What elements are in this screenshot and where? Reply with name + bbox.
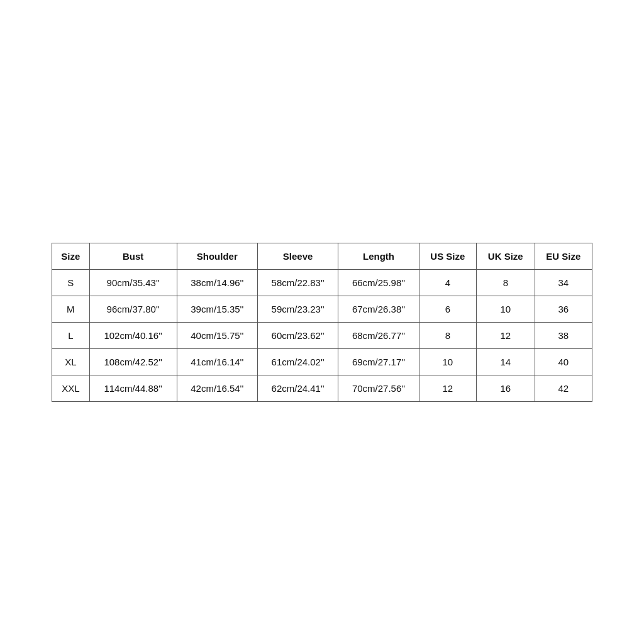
- cell-uk-size: 12: [477, 322, 535, 348]
- cell-us-size: 6: [419, 296, 476, 322]
- cell-length: 66cm/25.98'': [338, 269, 419, 296]
- cell-size: XXL: [52, 375, 90, 401]
- table-row: XL108cm/42.52''41cm/16.14''61cm/24.02''6…: [52, 348, 592, 375]
- header-eu-size: EU Size: [535, 243, 592, 269]
- cell-shoulder: 39cm/15.35'': [177, 296, 257, 322]
- cell-sleeve: 58cm/22.83'': [257, 269, 338, 296]
- cell-size: L: [52, 322, 90, 348]
- table-row: L102cm/40.16''40cm/15.75''60cm/23.62''68…: [52, 322, 592, 348]
- size-chart-container: Size Bust Shoulder Sleeve Length US Size…: [52, 243, 592, 402]
- cell-bust: 108cm/42.52'': [89, 348, 177, 375]
- cell-eu-size: 42: [535, 375, 592, 401]
- header-us-size: US Size: [419, 243, 476, 269]
- cell-size: XL: [52, 348, 90, 375]
- cell-uk-size: 16: [477, 375, 535, 401]
- cell-us-size: 8: [419, 322, 476, 348]
- cell-sleeve: 61cm/24.02'': [257, 348, 338, 375]
- cell-size: M: [52, 296, 90, 322]
- cell-uk-size: 10: [477, 296, 535, 322]
- cell-us-size: 12: [419, 375, 476, 401]
- cell-length: 69cm/27.17'': [338, 348, 419, 375]
- cell-shoulder: 40cm/15.75'': [177, 322, 257, 348]
- cell-bust: 114cm/44.88'': [89, 375, 177, 401]
- table-row: S90cm/35.43''38cm/14.96''58cm/22.83''66c…: [52, 269, 592, 296]
- cell-bust: 96cm/37.80'': [89, 296, 177, 322]
- cell-eu-size: 40: [535, 348, 592, 375]
- cell-bust: 90cm/35.43'': [89, 269, 177, 296]
- cell-uk-size: 14: [477, 348, 535, 375]
- header-uk-size: UK Size: [477, 243, 535, 269]
- table-header-row: Size Bust Shoulder Sleeve Length US Size…: [52, 243, 592, 269]
- cell-shoulder: 38cm/14.96'': [177, 269, 257, 296]
- cell-sleeve: 62cm/24.41'': [257, 375, 338, 401]
- header-size: Size: [52, 243, 90, 269]
- cell-length: 70cm/27.56'': [338, 375, 419, 401]
- header-bust: Bust: [89, 243, 177, 269]
- cell-sleeve: 60cm/23.62'': [257, 322, 338, 348]
- cell-bust: 102cm/40.16'': [89, 322, 177, 348]
- cell-size: S: [52, 269, 90, 296]
- header-sleeve: Sleeve: [257, 243, 338, 269]
- table-row: M96cm/37.80''39cm/15.35''59cm/23.23''67c…: [52, 296, 592, 322]
- cell-shoulder: 42cm/16.54'': [177, 375, 257, 401]
- cell-length: 68cm/26.77'': [338, 322, 419, 348]
- cell-eu-size: 34: [535, 269, 592, 296]
- cell-us-size: 4: [419, 269, 476, 296]
- header-shoulder: Shoulder: [177, 243, 257, 269]
- size-chart-table: Size Bust Shoulder Sleeve Length US Size…: [52, 243, 592, 402]
- cell-eu-size: 38: [535, 322, 592, 348]
- header-length: Length: [338, 243, 419, 269]
- cell-uk-size: 8: [477, 269, 535, 296]
- cell-shoulder: 41cm/16.14'': [177, 348, 257, 375]
- table-row: XXL114cm/44.88''42cm/16.54''62cm/24.41''…: [52, 375, 592, 401]
- cell-sleeve: 59cm/23.23'': [257, 296, 338, 322]
- cell-us-size: 10: [419, 348, 476, 375]
- cell-eu-size: 36: [535, 296, 592, 322]
- cell-length: 67cm/26.38'': [338, 296, 419, 322]
